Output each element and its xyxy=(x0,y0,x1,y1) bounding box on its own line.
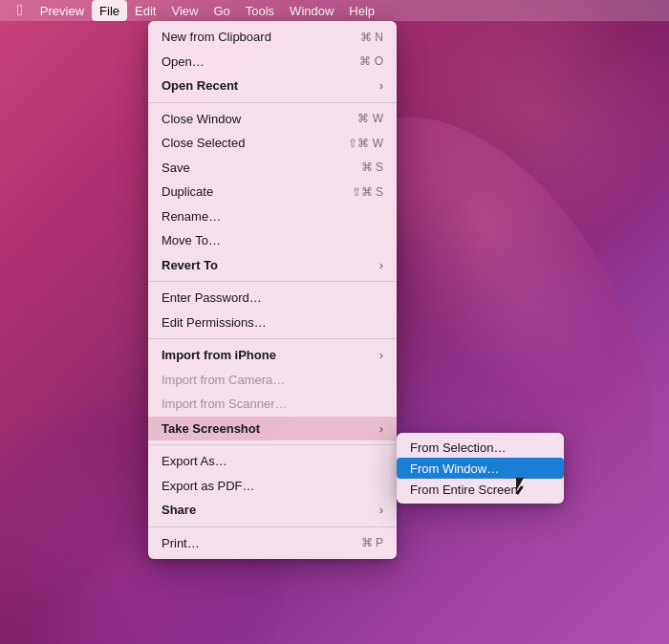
desktop:  Preview File Edit View Go Tools Window… xyxy=(0,0,669,644)
take-screenshot-item[interactable]: Take Screenshot › xyxy=(148,417,397,441)
separator-5 xyxy=(148,526,397,527)
close-selected-item[interactable]: Close Selected ⇧⌘ W xyxy=(148,131,397,156)
rename-item[interactable]: Rename… xyxy=(148,204,397,229)
apple-menu-item[interactable]:  xyxy=(8,0,32,21)
take-screenshot-arrow: › xyxy=(379,419,383,439)
screenshot-submenu: From Selection… From Window… From Entire… xyxy=(397,433,564,504)
share-arrow: › xyxy=(379,501,383,520)
save-item[interactable]: Save ⌘ S xyxy=(148,156,397,181)
move-to-item[interactable]: Move To… xyxy=(148,228,397,253)
new-from-clipboard-item[interactable]: New from Clipboard ⌘ N xyxy=(148,25,397,50)
file-menu-item[interactable]: File xyxy=(92,0,127,21)
duplicate-item[interactable]: Duplicate ⇧⌘ S xyxy=(148,180,397,204)
print-item[interactable]: Print… ⌘ P xyxy=(148,531,397,556)
close-window-item[interactable]: Close Window ⌘ W xyxy=(148,107,397,132)
revert-to-arrow: › xyxy=(379,256,383,275)
help-menu-item[interactable]: Help xyxy=(341,0,382,21)
separator-3 xyxy=(148,338,397,339)
preview-menu-item[interactable]: Preview xyxy=(32,0,92,21)
tools-menu-item[interactable]: Tools xyxy=(238,0,282,21)
separator-1 xyxy=(148,102,397,103)
go-menu-item[interactable]: Go xyxy=(205,0,237,21)
revert-to-item[interactable]: Revert To › xyxy=(148,253,397,278)
edit-permissions-item[interactable]: Edit Permissions… xyxy=(148,311,397,335)
export-as-pdf-item[interactable]: Export as PDF… xyxy=(148,474,397,499)
from-entire-screen-item[interactable]: From Entire Screen xyxy=(397,479,564,500)
import-from-camera-item[interactable]: Import from Camera… xyxy=(148,368,397,393)
file-dropdown-menu: New from Clipboard ⌘ N Open… ⌘ O Open Re… xyxy=(148,21,397,559)
view-menu-item[interactable]: View xyxy=(163,0,205,21)
separator-2 xyxy=(148,281,397,282)
menubar:  Preview File Edit View Go Tools Window… xyxy=(0,0,669,21)
edit-menu-item[interactable]: Edit xyxy=(127,0,163,21)
from-selection-item[interactable]: From Selection… xyxy=(397,437,564,458)
window-menu-item[interactable]: Window xyxy=(282,0,341,21)
from-window-item[interactable]: From Window… xyxy=(397,458,564,479)
import-iphone-arrow: › xyxy=(379,346,383,365)
enter-password-item[interactable]: Enter Password… xyxy=(148,286,397,311)
separator-4 xyxy=(148,444,397,445)
share-item[interactable]: Share › xyxy=(148,498,397,523)
open-recent-arrow: › xyxy=(379,76,383,96)
import-from-scanner-item[interactable]: Import from Scanner… xyxy=(148,392,397,417)
open-item[interactable]: Open… ⌘ O xyxy=(148,50,397,75)
open-recent-item[interactable]: Open Recent › xyxy=(148,74,397,98)
export-as-item[interactable]: Export As… xyxy=(148,449,397,474)
import-from-iphone-item[interactable]: Import from iPhone › xyxy=(148,343,397,368)
